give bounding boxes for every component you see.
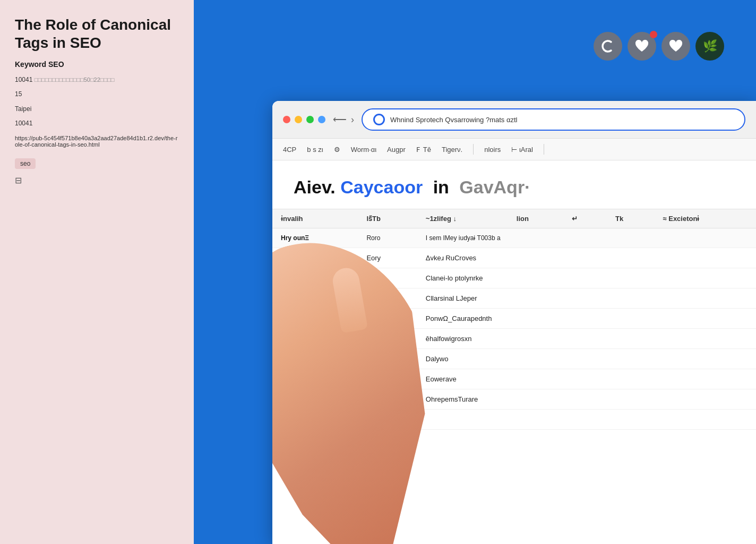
cell-col2-4: Bury: [358, 328, 417, 348]
browser-toolbar: 4CP b s zι ⚙ Worm·αι Augpr Ϝ Tē Tigerν.: [272, 139, 756, 160]
cell-col2-1: Byrz: [358, 268, 417, 288]
table-row: 80 00k· Bylg PonwΩ_Caurapednth: [272, 308, 756, 328]
table-row: 81 00k· Egry Cllarsinal LJeper: [272, 288, 756, 308]
cell-col3-1: Clanei-lo ptolynrke: [417, 268, 756, 288]
address-bar-text: Whnind Sprotech Qvsarrowing ?mats αztl: [390, 116, 517, 124]
table-subheader-row: Hry ounΞ Roro I sem IMey iudyaɨ T003b a: [272, 228, 756, 248]
cell-volume-6: 32 00k·: [272, 369, 358, 389]
col-header-arrow: ↵: [563, 209, 607, 228]
subheader-hry: Hry ounΞ: [272, 228, 358, 248]
cell-col3-6: Eowerave: [417, 369, 756, 389]
table-row: 13 00k→ Byrz Clanei-lo ptolynrke: [272, 268, 756, 288]
traffic-light-green[interactable]: [306, 116, 314, 123]
sidebar-url: https://pub-5c454f571b8e40a3a2aad27ade84…: [15, 135, 179, 148]
address-bar[interactable]: Whnind Sprotech Qvsarrowing ?mats αztl: [362, 108, 745, 131]
toolbar-item-1[interactable]: b s zι: [307, 146, 323, 154]
cell-col3-2: Cllarsinal LJeper: [417, 288, 756, 308]
icon-circle-1: [594, 32, 622, 61]
toolbar-item-to[interactable]: Ϝ Tē: [416, 146, 431, 154]
sidebar-subtitle: Keyword SEO: [15, 60, 179, 69]
table-header-row: ɨnvalih ls̃Tb ~1zlifeg ↓ lion ↵ Tk ≈ Exc…: [272, 209, 756, 228]
sidebar-tag[interactable]: seo: [15, 158, 36, 169]
cell-col2-3: Bylg: [358, 308, 417, 328]
nav-forward[interactable]: ›: [351, 114, 354, 125]
sidebar-code: 10041: [15, 118, 179, 129]
col-header-excieton: ≈ Excietonɨ: [654, 209, 756, 228]
table-row: 17 004· Rylg Dalywo: [272, 348, 756, 369]
cell-col2-5: Rylg: [358, 348, 417, 369]
icon-heart-svg: [634, 38, 650, 54]
toolbar-item-nloirs[interactable]: nloirs: [484, 146, 501, 154]
page-heading: Aiev. Caycaoor in GavAqr·: [294, 176, 735, 198]
sidebar-city: Taipei: [15, 104, 179, 114]
toolbar-icon-f: Ϝ: [416, 146, 420, 154]
cell-col3-3: PonwΩ_Caurapednth: [417, 308, 756, 328]
cell-volume-1: 13 00k→: [272, 268, 358, 288]
toolbar-label-worn: Worm·αι: [351, 146, 376, 154]
cell-col3-5: Dalywo: [417, 348, 756, 369]
cell-col3-4: ēhalfowigrosxn: [417, 328, 756, 348]
heading-part4: GavAqr·: [459, 177, 529, 197]
sidebar-views: 15: [15, 89, 179, 99]
toolbar-separator-2: [544, 144, 544, 155]
table-body: 68 00k· Eory Δvkeɹ RuCroves 13 00k→ Byrz…: [272, 248, 756, 429]
cell-volume-0: 68 00k·: [272, 248, 358, 268]
cell-volume-8: 8F 00k·: [272, 409, 358, 429]
cell-volume-5: 17 004·: [272, 348, 358, 369]
subheader-sem: I sem IMey iudyaɨ T003b a: [417, 228, 756, 248]
col-header-zlifeg: ~1zlifeg ↓: [417, 209, 508, 228]
traffic-light-red[interactable]: [283, 116, 290, 123]
browser-chrome: ⟵ › Whnind Sprotech Qvsarrowing ?mats αz…: [272, 101, 756, 139]
sidebar-meta: 10041 □□□□□□□□□□□□□□50□22□□□□: [15, 75, 179, 85]
toolbar-label-0: 4CP: [283, 146, 296, 154]
col-header-invalih: ɨnvalih: [272, 209, 358, 228]
icon-circle-2-wrapper: [628, 32, 656, 61]
toolbar-label-1: b s zι: [307, 146, 323, 154]
main-area: 🌿 ⟵ › Whnind Sprotech Qvsarrowing ?mats …: [194, 0, 756, 544]
data-table: ɨnvalih ls̃Tb ~1zlifeg ↓ lion ↵ Tk ≈ Exc…: [272, 209, 756, 430]
notification-dot: [650, 31, 657, 38]
toolbar-item-0[interactable]: 4CP: [283, 146, 296, 154]
toolbar-item-2[interactable]: ⚙: [334, 146, 340, 154]
heading-part2: Caycaoor: [340, 177, 423, 197]
cell-col3-8: [417, 409, 756, 429]
sidebar-icon: ⊟: [15, 175, 179, 185]
icon-circle-3: [662, 32, 690, 61]
heading-part3: in: [433, 177, 449, 197]
icon-heart2-svg: [668, 38, 684, 54]
cell-col3-7: OhrepemsTurare: [417, 389, 756, 409]
page-title: The Role of Canonical Tags in SEO: [15, 16, 179, 52]
toolbar-label-te: Tē: [423, 146, 431, 154]
subheader-roro: Roro: [358, 228, 417, 248]
col-header-lion: lion: [508, 209, 564, 228]
toolbar-item-worn-ji[interactable]: Worm·αι: [351, 146, 376, 154]
table-row: 32 00k· Bory Eowerave: [272, 369, 756, 389]
cell-volume-2: 81 00k·: [272, 288, 358, 308]
cell-volume-3: 80 00k·: [272, 308, 358, 328]
toolbar-item-augpr[interactable]: Augpr: [387, 146, 406, 154]
table-row: 8F 00k·: [272, 409, 756, 429]
toolbar-label-tiger: Tigerν.: [442, 146, 462, 154]
toolbar-item-tiger[interactable]: Tigerν.: [442, 146, 462, 154]
top-icons-area: 🌿: [594, 32, 724, 61]
table-row: 68 00k· Eory Δvkeɹ RuCroves: [272, 248, 756, 268]
toolbar-label-nloirs: nloirs: [484, 146, 501, 154]
address-bar-icon: [373, 114, 385, 125]
cell-col2-8: [358, 409, 417, 429]
page-content: Aiev. Caycaoor in GavAqr· ɨnvalih ls̃Tb …: [272, 160, 756, 544]
heading-part1: Aiev.: [294, 177, 336, 197]
cell-col2-7: Nillv: [358, 389, 417, 409]
page-header: Aiev. Caycaoor in GavAqr·: [272, 160, 756, 209]
toolbar-label-aral: ⊢ ιAral: [511, 146, 533, 154]
col-header-tk: Tk: [607, 209, 654, 228]
traffic-light-yellow[interactable]: [295, 116, 302, 123]
table-row: 32 00k· Bury ēhalfowigrosxn: [272, 328, 756, 348]
toolbar-separator: [473, 144, 474, 155]
traffic-light-blue[interactable]: [318, 116, 325, 123]
nav-back[interactable]: ⟵: [333, 114, 347, 125]
nav-buttons: ⟵ ›: [333, 114, 354, 125]
toolbar-item-aral[interactable]: ⊢ ιAral: [511, 146, 533, 154]
cell-col2-2: Egry: [358, 288, 417, 308]
cell-volume-7: S0 00k·: [272, 389, 358, 409]
toolbar-label-augpr: Augpr: [387, 146, 406, 154]
